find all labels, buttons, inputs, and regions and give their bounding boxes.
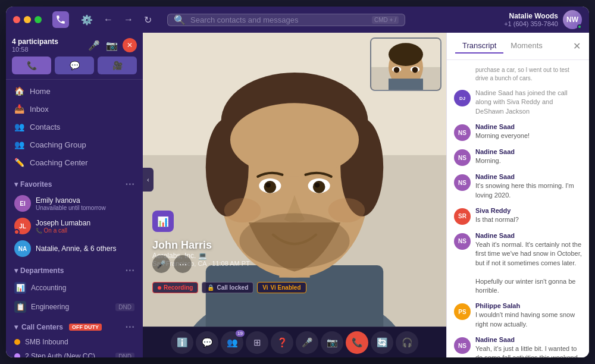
- camera-btn[interactable]: 📷: [321, 331, 343, 354]
- favorites-toggle[interactable]: ▾ Favorites: [14, 180, 52, 189]
- msg-content-8: Nadine Saad Yeah, it's just a little bit…: [475, 336, 582, 357]
- favorites-more-icon[interactable]: ⋯: [125, 178, 134, 190]
- panel-close-btn[interactable]: ✕: [573, 42, 581, 51]
- msg-avatar-8: NS: [454, 337, 471, 354]
- sidebar-item-contacts[interactable]: 👥 Contacts: [6, 118, 143, 136]
- inbox-icon: 📥: [14, 104, 24, 114]
- sidebar-item-coaching-group[interactable]: 👥 Coaching Group: [6, 136, 143, 153]
- recording-dot: [158, 286, 161, 290]
- contacts-icon: 👥: [14, 122, 24, 131]
- msg-name-6: Nadine Saad: [475, 232, 582, 239]
- msg-text-4: It's snowing here this morning. I'm lovi…: [475, 181, 582, 200]
- tab-moments[interactable]: Moments: [503, 39, 549, 54]
- dnd-badge-engineering: DND: [115, 303, 134, 311]
- microphone-btn[interactable]: 🎤: [296, 331, 318, 354]
- callcenters-toggle[interactable]: ▾ Call Centers OFF DUTY: [14, 323, 102, 331]
- chevron-down-icon: ▾: [14, 180, 18, 189]
- video-container: ‹ 📊 John Harris Aerolabs, Inc. 💻 San Fra…: [143, 33, 446, 327]
- nav-contacts-label: Contacts: [30, 123, 60, 131]
- contact-item-joseph[interactable]: JL Joseph Lumaban On a call: [6, 215, 143, 237]
- voice-call-btn[interactable]: 📞: [12, 57, 51, 74]
- end-call-btn[interactable]: ✕: [123, 38, 137, 52]
- video-btn[interactable]: 📷: [105, 39, 119, 52]
- dept-item-engineering[interactable]: 📋 Engineering DND: [6, 297, 143, 316]
- close-window-btn[interactable]: [13, 16, 20, 23]
- panel-tabs: Transcript Moments: [455, 39, 550, 54]
- nav-coaching-group-label: Coaching Group: [30, 140, 86, 149]
- tab-transcript[interactable]: Transcript: [455, 39, 503, 54]
- help-btn[interactable]: ❓: [271, 331, 293, 354]
- sidebar-item-inbox[interactable]: 📥 Inbox: [6, 100, 143, 118]
- msg-content-3: Nadine Saad Morning.: [475, 148, 582, 166]
- msg-content-7: Philippe Salah I wouldn't mind having so…: [475, 302, 582, 329]
- vi-icon: Vi: [262, 284, 268, 291]
- contact-status-emily: Unavailable until tomorrow: [36, 205, 134, 211]
- msg-avatar-7: PS: [454, 303, 471, 320]
- bottom-toolbar: ℹ️ 💬 👥 19 ⊞ ❓ 🎤 📷 📞 🔄 🎧: [143, 327, 446, 357]
- maximize-window-btn[interactable]: [35, 16, 42, 23]
- collapse-sidebar-btn[interactable]: ‹: [143, 168, 154, 192]
- user-text: Natalie Woods +1 (604) 359-7840: [504, 12, 558, 27]
- caller-mute-btn[interactable]: 🎤: [152, 255, 170, 273]
- contact-avatar-emily: EI: [14, 195, 31, 212]
- avatar[interactable]: NW: [563, 10, 582, 29]
- hangup-btn[interactable]: 📞: [346, 331, 368, 354]
- callcenters-more-icon[interactable]: ⋯: [125, 321, 134, 332]
- transcript-msg-7: PS Philippe Salah I wouldn't mind having…: [454, 302, 582, 329]
- mute-btn[interactable]: 🎤: [87, 39, 101, 52]
- departments-header: ▾ Departments ⋯: [6, 260, 143, 278]
- forward-btn[interactable]: →: [120, 12, 137, 27]
- participants-badge: 19: [236, 330, 245, 337]
- join-content: Nadine Saad has joined the call along wi…: [475, 89, 582, 116]
- contact-status-joseph: On a call: [36, 227, 134, 234]
- svg-point-9: [230, 103, 359, 177]
- search-kbd: CMD + /: [372, 16, 399, 24]
- back-btn[interactable]: ←: [100, 12, 117, 27]
- svg-point-18: [328, 198, 365, 222]
- chat-btn[interactable]: 💬: [196, 331, 218, 354]
- headset-btn[interactable]: 🎧: [396, 331, 418, 354]
- cc-item-2step[interactable]: 2 Step Auth (New CC) DND: [6, 349, 143, 357]
- dept-accounting-label: Accounting: [31, 284, 66, 292]
- info-btn[interactable]: ℹ️: [171, 331, 193, 354]
- contact-info-emily: Emily Ivanova Unavailable until tomorrow: [36, 196, 134, 211]
- departments-more-icon[interactable]: ⋯: [125, 265, 134, 276]
- search-bar[interactable]: 🔍 CMD + /: [167, 14, 405, 26]
- off-duty-badge: OFF DUTY: [69, 324, 102, 331]
- video-call-btn[interactable]: 🎥: [98, 57, 137, 74]
- msg-name-7: Philippe Salah: [475, 302, 582, 309]
- contact-item-emily[interactable]: EI Emily Ivanova Unavailable until tomor…: [6, 192, 143, 215]
- sidebar-item-home[interactable]: 🏠 Home: [6, 82, 143, 100]
- transcript-msg-5: SR Siva Reddy Is that normal?: [454, 207, 582, 225]
- participants-btn[interactable]: 👥 19: [221, 331, 243, 354]
- sidebar-item-coaching-center[interactable]: ✏️ Coaching Center: [6, 153, 143, 171]
- svg-point-25: [394, 67, 400, 73]
- transcript-scroll[interactable]: purchase a car, so I went out to test dr…: [447, 60, 589, 357]
- contact-avatar-group: NA: [14, 240, 31, 257]
- engineering-icon: 📋: [14, 301, 26, 313]
- locked-badge[interactable]: 🔒 Call locked: [202, 282, 253, 293]
- departments-toggle[interactable]: ▾ Departments: [14, 266, 64, 275]
- search-input[interactable]: [190, 15, 367, 24]
- dept-item-accounting[interactable]: 📊 Accounting: [6, 278, 143, 297]
- main-content: 4 participants 10:58 🎤 📷 ✕ 📞 💬 🎥: [6, 33, 589, 357]
- settings-btn[interactable]: ⚙️: [77, 12, 96, 28]
- vi-badge[interactable]: Vi Vi Enabled: [257, 282, 306, 293]
- minimize-window-btn[interactable]: [24, 16, 31, 23]
- refresh-btn[interactable]: ↻: [140, 12, 155, 28]
- grid-btn[interactable]: ⊞: [246, 331, 268, 354]
- svg-point-12: [264, 181, 277, 193]
- msg-text-2: Morning everyone!: [475, 131, 582, 140]
- cc-dot-2step: [14, 353, 20, 357]
- transcript-msg-2: NS Nadine Saad Morning everyone!: [454, 123, 582, 141]
- cc-item-smb[interactable]: SMB Inbound: [6, 335, 143, 349]
- msg-avatar-3: NS: [454, 149, 471, 166]
- contact-item-group[interactable]: NA Natalie, Annie, & 6 others: [6, 237, 143, 260]
- message-btn[interactable]: 💬: [55, 57, 94, 74]
- recording-badge[interactable]: Recording: [152, 282, 198, 293]
- caller-more-btn[interactable]: ⋯: [174, 255, 192, 273]
- msg-name-5: Siva Reddy: [475, 207, 582, 214]
- transfer-btn[interactable]: 🔄: [371, 331, 393, 354]
- msg-text-5: Is that normal?: [475, 215, 582, 224]
- coaching-center-icon: ✏️: [14, 158, 24, 167]
